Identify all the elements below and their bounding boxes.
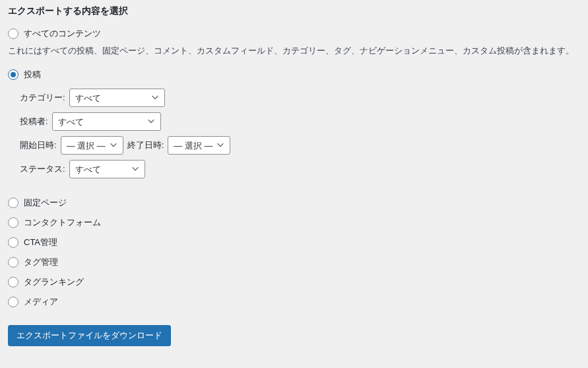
radio-contact-form[interactable] <box>8 217 18 228</box>
select-end-date[interactable]: — 選択 — <box>168 136 230 155</box>
filter-category-row: カテゴリー: すべて <box>20 89 580 107</box>
option-all-content[interactable]: すべてのコンテンツ <box>8 25 580 42</box>
select-start-date[interactable]: — 選択 — <box>61 136 123 155</box>
option-tag-ranking[interactable]: タグランキング <box>8 274 580 291</box>
radio-cta[interactable] <box>8 237 18 248</box>
option-pages-label[interactable]: 固定ページ <box>24 197 67 209</box>
radio-pages[interactable] <box>8 198 18 208</box>
select-category[interactable]: すべて <box>69 89 165 107</box>
option-posts[interactable]: 投稿 <box>8 66 580 83</box>
filter-status-label: ステータス: <box>20 163 65 175</box>
section-title: エクスポートする内容を選択 <box>8 5 580 17</box>
option-cta[interactable]: CTA管理 <box>8 234 580 251</box>
filter-status-row: ステータス: すべて <box>20 160 580 178</box>
filter-start-date-label: 開始日時: <box>20 139 57 151</box>
option-pages[interactable]: 固定ページ <box>8 194 580 211</box>
filter-category-label: カテゴリー: <box>20 92 65 104</box>
option-posts-label[interactable]: 投稿 <box>24 69 41 81</box>
radio-tag-mgmt[interactable] <box>8 257 18 268</box>
select-status[interactable]: すべて <box>69 160 145 178</box>
filter-dates-row: 開始日時: — 選択 — 終了日時: — 選択 — <box>20 136 580 155</box>
filter-author-label: 投稿者: <box>20 116 48 128</box>
radio-tag-ranking[interactable] <box>8 277 18 287</box>
download-button[interactable]: エクスポートファイルをダウンロード <box>8 325 171 346</box>
option-tag-ranking-label[interactable]: タグランキング <box>24 276 84 288</box>
option-media-label[interactable]: メディア <box>24 296 58 308</box>
select-author[interactable]: すべて <box>52 112 161 131</box>
radio-posts[interactable] <box>8 69 18 80</box>
option-all-content-label[interactable]: すべてのコンテンツ <box>24 28 101 40</box>
all-content-description: これにはすべての投稿、固定ページ、コメント、カスタムフィールド、カテゴリー、タグ… <box>8 45 580 57</box>
option-media[interactable]: メディア <box>8 293 580 311</box>
filter-end-date-label: 終了日時: <box>127 139 164 151</box>
filter-author-row: 投稿者: すべて <box>20 112 580 131</box>
radio-all-content[interactable] <box>8 28 18 39</box>
option-tag-mgmt-label[interactable]: タグ管理 <box>24 256 58 268</box>
option-tag-mgmt[interactable]: タグ管理 <box>8 254 580 271</box>
option-contact-form[interactable]: コンタクトフォーム <box>8 214 580 231</box>
radio-media[interactable] <box>8 297 18 307</box>
posts-filters: カテゴリー: すべて 投稿者: すべて 開始日時: — 選択 — 終了日時: —… <box>20 89 580 178</box>
export-panel: エクスポートする内容を選択 すべてのコンテンツ これにはすべての投稿、固定ページ… <box>0 5 588 354</box>
option-cta-label[interactable]: CTA管理 <box>24 237 57 248</box>
option-contact-form-label[interactable]: コンタクトフォーム <box>24 217 101 229</box>
